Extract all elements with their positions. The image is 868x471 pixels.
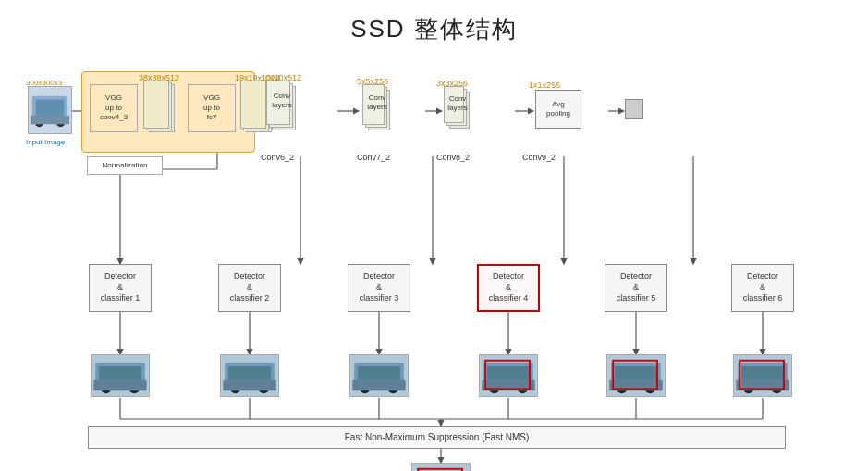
- svg-rect-62: [615, 366, 657, 379]
- page: SSD 整体结构: [0, 0, 868, 471]
- detector-4: Detector&classifier 4: [477, 264, 540, 312]
- svg-rect-49: [358, 366, 400, 379]
- detector-3-label: Detector&classifier 3: [360, 271, 399, 304]
- detector-5-label: Detector&classifier 5: [617, 271, 656, 304]
- car-image-6: [733, 354, 792, 397]
- car-image-1: [91, 354, 150, 397]
- svg-rect-74: [412, 464, 469, 471]
- conv8-text: Convlayers: [447, 94, 468, 114]
- avg-pool-box: Avgpooling: [535, 90, 581, 129]
- detector-3: Detector&classifier 3: [348, 264, 410, 312]
- dim-5x5: 5x5x256: [357, 77, 388, 86]
- conv9-label: Conv9_2: [522, 153, 556, 162]
- normalization-box: Normalization: [87, 156, 163, 175]
- detector-5: Detector&classifier 5: [605, 264, 667, 312]
- car-image-4: [479, 354, 538, 397]
- svg-rect-34: [31, 116, 69, 125]
- diagram: Input Image 300x300x3 VGGup toconv4_3 38…: [9, 60, 859, 462]
- svg-rect-40: [93, 380, 146, 390]
- input-image-label: Input Image: [26, 138, 65, 146]
- car-image-3: [349, 354, 409, 397]
- detector-2-label: Detector&classifier 2: [230, 271, 270, 304]
- vgg-fc7-box: VGGup tofc7: [188, 84, 236, 132]
- detector-4-label: Detector&classifier 4: [489, 271, 529, 304]
- conv6-text: Convlayers: [270, 92, 294, 111]
- dim-1x1: 1x1x256: [529, 81, 560, 90]
- svg-rect-43: [228, 366, 271, 379]
- svg-rect-69: [741, 366, 784, 379]
- detector-6: Detector&classifier 6: [731, 264, 794, 312]
- nms-bar: Fast Non-Maximum Suppression (Fast NMS): [88, 426, 786, 449]
- input-dim: 300x300x3: [26, 79, 62, 87]
- car-image-2: [220, 354, 279, 397]
- detector-1: Detector&classifier 1: [89, 264, 152, 312]
- svg-rect-46: [223, 380, 275, 390]
- nms-label: Fast Non-Maximum Suppression (Fast NMS): [345, 432, 530, 442]
- dim-38x38: 38x38x512: [139, 73, 179, 82]
- car-image-5: [606, 354, 666, 397]
- detector-2: Detector&classifier 2: [218, 264, 281, 312]
- final-small-box: [625, 99, 643, 119]
- conv6-label: Conv6_2: [261, 153, 294, 162]
- final-car-image: [411, 463, 471, 471]
- conv7-text: Convlayers: [366, 93, 388, 113]
- svg-rect-52: [352, 380, 405, 390]
- vgg-conv43-box: VGGup toconv4_3: [90, 84, 138, 132]
- detector-6-label: Detector&classifier 6: [743, 271, 783, 304]
- detector-1-label: Detector&classifier 1: [101, 271, 141, 304]
- dim-3x3: 3x3x256: [436, 79, 468, 88]
- input-image: [28, 86, 72, 134]
- conv7-label: Conv7_2: [357, 153, 390, 162]
- conv8-label: Conv8_2: [436, 153, 470, 162]
- dim-10x10: 10x10x512: [261, 73, 301, 82]
- svg-rect-37: [99, 366, 141, 379]
- svg-rect-31: [36, 100, 65, 116]
- svg-rect-55: [487, 366, 530, 379]
- page-title: SSD 整体结构: [0, 0, 868, 45]
